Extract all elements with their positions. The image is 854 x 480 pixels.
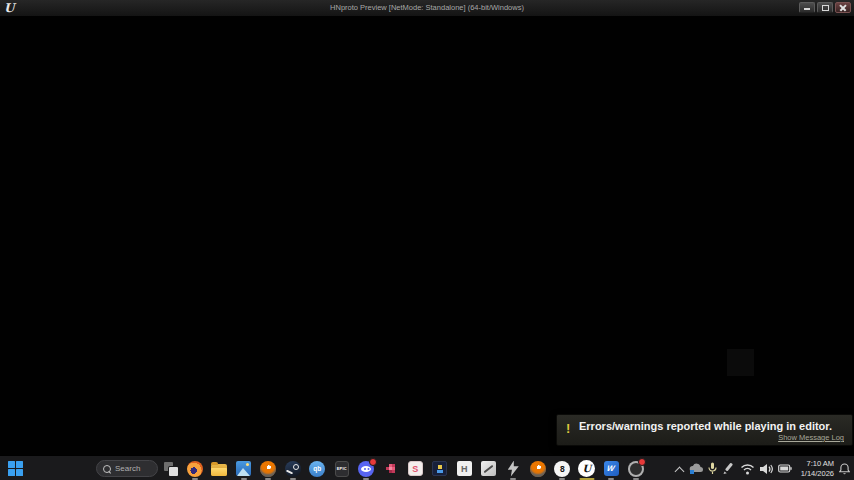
start-button[interactable] [8, 461, 23, 476]
notification-bell-icon[interactable] [839, 463, 850, 475]
wifi-icon[interactable] [740, 463, 755, 475]
steam-icon [285, 461, 301, 477]
search-icon [103, 465, 111, 473]
warning-icon: ! [566, 421, 570, 436]
game-viewport[interactable] [0, 16, 854, 455]
eight-icon: 8 [554, 461, 570, 477]
epic-icon: EPIC [335, 461, 349, 477]
minimize-button[interactable] [799, 2, 815, 13]
notification-badge [638, 458, 646, 466]
system-tray: 7:10 AM 1/14/2026 [676, 456, 850, 480]
taskbar-app-firefox[interactable] [183, 456, 208, 480]
taskbar-app-eight[interactable]: 8 [550, 456, 575, 480]
taskbar-app-blender-2[interactable] [526, 456, 551, 480]
taskbar-app-epic[interactable]: EPIC [330, 456, 355, 480]
clock-time: 7:10 AM [806, 459, 834, 468]
taskbar-app-blender[interactable] [256, 456, 281, 480]
qbittorrent-icon: qb [309, 461, 325, 477]
photos-icon [236, 461, 251, 476]
taskbar-app-photos[interactable] [232, 456, 257, 480]
maximize-button[interactable] [817, 2, 833, 13]
volume-icon[interactable] [760, 463, 773, 475]
taskbar-app-s-app[interactable]: S [403, 456, 428, 480]
taskbar-app-pixelgame[interactable] [428, 456, 453, 480]
taskbar-app-clockbadge[interactable] [624, 456, 649, 480]
taskbar-app-qbittorrent[interactable]: qb [305, 456, 330, 480]
taskbar-clock[interactable]: 7:10 AM 1/14/2026 [801, 459, 834, 478]
taskbar-app-task-view[interactable] [158, 456, 183, 480]
taskbar-app-explorer[interactable] [207, 456, 232, 480]
clock-date: 1/14/2026 [801, 469, 834, 478]
desktop: { "window": { "title": "HNproto Preview … [0, 0, 854, 480]
blender-icon [260, 461, 276, 477]
windows-logo-icon [8, 461, 15, 468]
pen-icon[interactable] [722, 462, 735, 475]
search-input[interactable] [115, 464, 151, 473]
notes-icon [481, 461, 496, 476]
editor-warning-toast: ! Errors/warnings reported while playing… [556, 414, 853, 446]
taskbar: qbEPICSH8UW [0, 455, 854, 480]
aseprite-icon [385, 463, 397, 475]
battery-icon[interactable] [778, 464, 792, 473]
show-message-log-link[interactable]: Show Message Log [778, 433, 844, 442]
notification-badge [369, 458, 377, 466]
hidden-icons-chevron-icon[interactable] [676, 465, 684, 473]
explorer-icon [211, 464, 227, 476]
unreal-window-icon[interactable]: U [4, 0, 14, 16]
taskbar-app-aseprite[interactable] [379, 456, 404, 480]
s-app-icon: S [408, 461, 423, 476]
taskbar-app-wallpaper[interactable]: W [599, 456, 624, 480]
pixelgame-icon [432, 461, 447, 476]
taskbar-app-h-app[interactable]: H [452, 456, 477, 480]
firefox-icon [187, 461, 203, 477]
blender-2-icon [530, 461, 546, 477]
onedrive-icon[interactable] [689, 463, 703, 475]
taskbar-app-discord[interactable] [354, 456, 379, 480]
taskbar-app-steam[interactable] [281, 456, 306, 480]
toast-message: Errors/warnings reported while playing i… [579, 420, 846, 432]
taskbar-search[interactable] [96, 460, 158, 477]
wallpaper-icon: W [604, 461, 619, 476]
close-button[interactable] [835, 2, 851, 13]
minimize-icon [804, 8, 810, 10]
microphone-icon[interactable] [708, 462, 717, 475]
taskbar-app-notes[interactable] [477, 456, 502, 480]
taskbar-app-lightning[interactable] [501, 456, 526, 480]
maximize-icon [822, 5, 829, 11]
window-titlebar[interactable]: U HNproto Preview [NetMode: Standalone] … [0, 0, 854, 17]
window-title: HNproto Preview [NetMode: Standalone] (6… [330, 0, 524, 16]
faint-artifact [727, 349, 754, 376]
taskbar-apps: qbEPICSH8UW [158, 456, 648, 480]
task-view-icon [162, 460, 179, 477]
unreal-icon: U [578, 460, 595, 477]
window-controls [799, 2, 851, 13]
lightning-icon [508, 461, 519, 477]
taskbar-app-unreal[interactable]: U [575, 456, 600, 480]
h-app-icon: H [457, 461, 472, 476]
